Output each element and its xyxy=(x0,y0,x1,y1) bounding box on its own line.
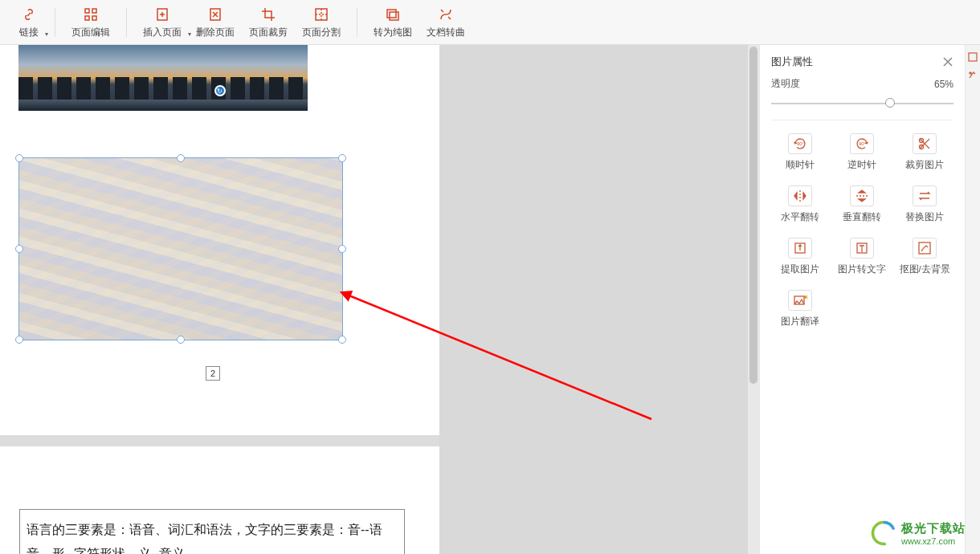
toolbar-delete-page[interactable]: 删除页面 xyxy=(191,4,239,41)
close-icon[interactable] xyxy=(942,56,953,67)
toolbar-crop-page[interactable]: 页面裁剪 xyxy=(244,4,292,41)
curves-icon xyxy=(437,6,455,23)
paragraph-text[interactable]: 语言的三要素是：语音、词汇和语法，文字的三要素是：音--语音、形--字符形状、义… xyxy=(19,509,405,554)
image-properties-panel: 图片属性 透明度 65% 90° 顺时针 90° 逆时针 裁剪图片 xyxy=(759,45,965,554)
translate-icon: 译 xyxy=(788,290,812,311)
toolbar-link[interactable]: 链接 ▾ xyxy=(14,4,43,41)
split-icon xyxy=(312,6,330,23)
replace-icon xyxy=(913,185,937,206)
watermark-url: www.xz7.com xyxy=(901,536,966,546)
to-image-icon xyxy=(384,6,402,23)
flip-v-icon xyxy=(850,185,874,206)
slider-knob[interactable] xyxy=(885,98,895,108)
slider-track xyxy=(771,103,953,104)
svg-rect-0 xyxy=(85,9,89,13)
resize-handle[interactable] xyxy=(177,154,185,162)
svg-rect-8 xyxy=(390,12,398,20)
link-icon xyxy=(20,6,38,23)
watermark: 极光下载站 www.xz7.com xyxy=(869,519,966,548)
page-2: 语言的三要素是：语音、词汇和语法，文字的三要素是：音--语音、形--字符形状、义… xyxy=(0,446,439,554)
crop-icon xyxy=(259,6,277,23)
selected-image[interactable] xyxy=(18,157,343,340)
svg-rect-7 xyxy=(387,10,396,18)
cutout-icon xyxy=(913,238,937,259)
resize-handle[interactable] xyxy=(15,154,23,162)
strip-icon-1[interactable] xyxy=(967,51,978,63)
ocr-button[interactable]: 图片转文字 xyxy=(834,238,892,275)
resize-handle[interactable] xyxy=(15,336,23,344)
resize-handle[interactable] xyxy=(338,336,346,344)
cutout-button[interactable]: 抠图/去背景 xyxy=(896,238,953,275)
replace-image-button[interactable]: 替换图片 xyxy=(896,185,953,223)
toolbar-to-image[interactable]: 转为纯图 xyxy=(369,4,417,41)
toolbar-divider xyxy=(357,8,357,37)
extract-image-button[interactable]: 提取图片 xyxy=(771,238,829,275)
flip-h-icon xyxy=(788,185,812,206)
delete-page-icon xyxy=(206,6,224,23)
rotate-handle-icon[interactable]: ↻ xyxy=(214,85,226,96)
extract-icon xyxy=(788,238,812,259)
city-image xyxy=(19,158,342,340)
toolbar-insert-page[interactable]: 插入页面 ▾ xyxy=(138,4,186,41)
scrollbar-track[interactable] xyxy=(748,45,759,554)
opacity-label: 透明度 xyxy=(771,77,800,91)
svg-text:90°: 90° xyxy=(859,141,867,146)
grid-icon xyxy=(82,6,100,23)
page-number: 2 xyxy=(206,366,220,381)
toolbar-divider xyxy=(55,8,55,37)
main-row: ↻ 2 语言的三要素是：语音、词汇和语法，文字的三要素是：音--语音、形--字符… xyxy=(0,45,980,554)
opacity-slider[interactable] xyxy=(771,97,953,108)
toolbar-split-page[interactable]: 页面分割 xyxy=(297,4,345,41)
resize-handle[interactable] xyxy=(15,245,23,253)
svg-rect-19 xyxy=(969,53,977,61)
ocr-icon xyxy=(850,238,874,259)
insert-page-icon xyxy=(153,6,171,23)
rotate-cw-button[interactable]: 90° 顺时针 xyxy=(771,133,829,171)
document-area[interactable]: ↻ 2 语言的三要素是：语音、词汇和语法，文字的三要素是：音--语音、形--字符… xyxy=(0,45,439,554)
rotate-ccw-button[interactable]: 90° 逆时针 xyxy=(834,133,892,171)
strip-icon-2[interactable] xyxy=(967,69,978,80)
resize-handle[interactable] xyxy=(338,154,346,162)
flip-h-button[interactable]: 水平翻转 xyxy=(771,185,829,223)
scrollbar-thumb[interactable] xyxy=(749,47,757,384)
top-image[interactable] xyxy=(18,45,308,111)
svg-rect-6 xyxy=(316,9,327,20)
resize-handle[interactable] xyxy=(177,336,185,344)
toolbar-to-curves[interactable]: 文档转曲 xyxy=(422,4,470,41)
opacity-value: 65% xyxy=(934,79,953,90)
svg-rect-1 xyxy=(92,9,96,13)
toolbar-page-edit[interactable]: 页面编辑 xyxy=(67,4,115,41)
dropdown-caret-icon: ▾ xyxy=(45,31,48,38)
watermark-logo-icon xyxy=(869,519,898,548)
rotate-cw-icon: 90° xyxy=(788,133,812,154)
svg-rect-3 xyxy=(92,16,96,20)
gutter xyxy=(439,45,759,554)
watermark-name: 极光下载站 xyxy=(901,521,966,536)
resize-handle[interactable] xyxy=(338,245,346,253)
svg-rect-2 xyxy=(85,16,89,20)
crop-image-button[interactable]: 裁剪图片 xyxy=(896,133,953,171)
toolbar-divider xyxy=(126,8,127,37)
svg-text:译: 译 xyxy=(803,295,807,299)
toolbar: 链接 ▾ 页面编辑 插入页面 ▾ 删除页面 页面裁剪 页面分割 转为纯图 文档转… xyxy=(0,0,980,45)
crop-image-icon xyxy=(913,133,937,154)
panel-title: 图片属性 xyxy=(771,55,813,69)
svg-rect-15 xyxy=(919,242,930,254)
flip-v-button[interactable]: 垂直翻转 xyxy=(834,185,892,223)
page-1: ↻ 2 xyxy=(0,45,439,435)
right-strip xyxy=(965,45,980,554)
svg-text:90°: 90° xyxy=(797,141,805,146)
translate-image-button[interactable]: 译 图片翻译 xyxy=(771,290,829,328)
rotate-ccw-icon: 90° xyxy=(850,133,874,154)
panel-divider xyxy=(771,120,953,120)
